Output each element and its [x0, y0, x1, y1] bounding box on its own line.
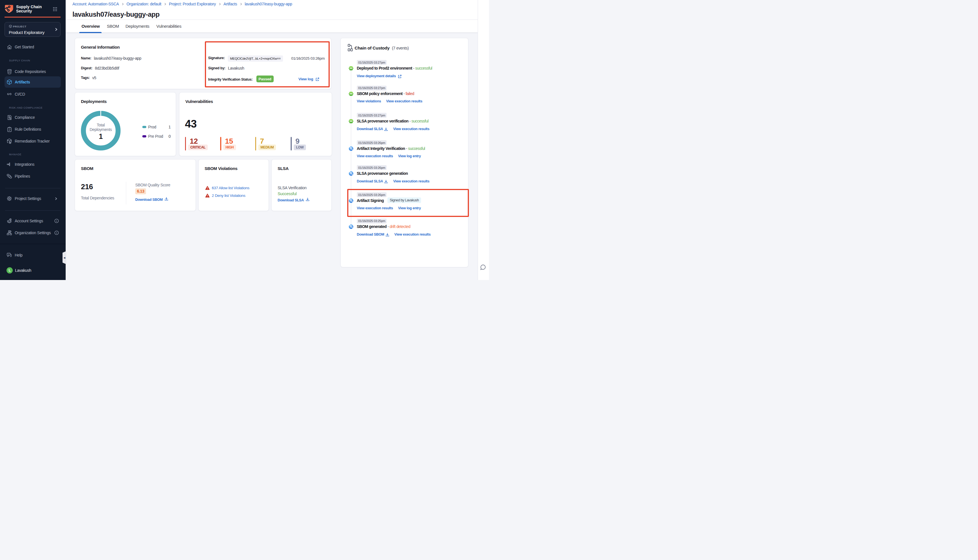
svg-text:?: ? — [8, 253, 9, 256]
